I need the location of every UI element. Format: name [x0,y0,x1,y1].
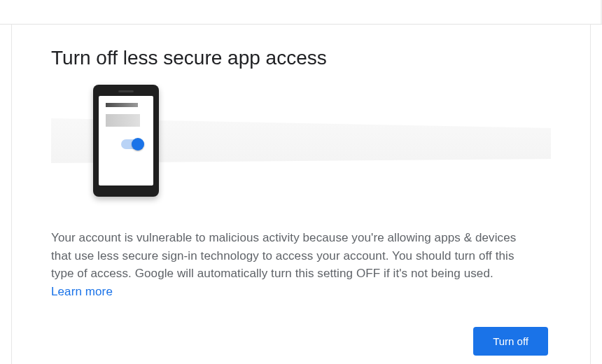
toggle-icon [121,139,142,149]
button-row: Turn off [51,327,551,356]
settings-card: Turn off less secure app access Your acc… [11,24,591,364]
phone-icon [93,85,159,197]
phone-speaker-icon [118,90,134,92]
toggle-knob-icon [132,138,144,150]
hero-illustration [51,85,551,208]
phone-content-block [106,114,140,127]
page-title: Turn off less secure app access [51,47,551,69]
top-bar [0,0,602,24]
learn-more-link[interactable]: Learn more [51,285,113,298]
description-body: Your account is vulnerable to malicious … [51,231,516,280]
turn-off-button[interactable]: Turn off [473,327,548,356]
description-text: Your account is vulnerable to malicious … [51,229,527,300]
phone-content-line [106,103,138,107]
phone-screen [99,96,153,186]
